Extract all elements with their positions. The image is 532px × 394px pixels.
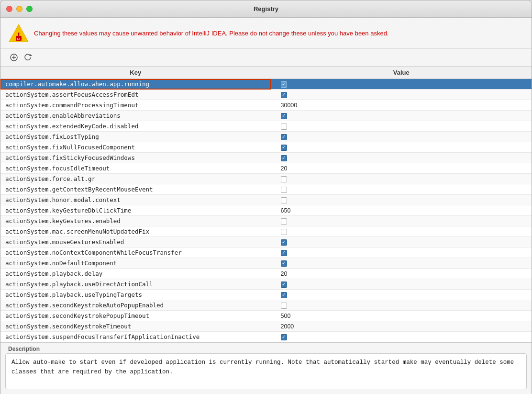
checkbox-indicator[interactable]: [281, 239, 287, 246]
value-cell[interactable]: [271, 279, 532, 290]
checkbox-indicator[interactable]: [281, 218, 287, 225]
checkbox-indicator[interactable]: [281, 303, 287, 309]
maximize-window-button[interactable]: [26, 6, 33, 12]
checkbox-indicator[interactable]: [281, 176, 287, 182]
value-cell[interactable]: 20: [271, 269, 532, 279]
table-row[interactable]: actionSystem.honor.modal.context: [0, 195, 532, 205]
key-cell: actionSystem.honor.modal.context: [0, 195, 271, 205]
table-row[interactable]: actionSystem.enableAbbreviations: [0, 111, 532, 121]
window-title: Registry: [254, 5, 278, 12]
value-cell[interactable]: [271, 174, 532, 184]
value-cell[interactable]: [271, 90, 532, 100]
value-cell[interactable]: [271, 153, 532, 163]
checkbox-indicator[interactable]: [281, 145, 287, 151]
key-cell: actionSystem.noContextComponentWhileFocu…: [0, 248, 271, 258]
table-row[interactable]: actionSystem.mouseGesturesEnabled: [0, 237, 532, 248]
table-row[interactable]: actionSystem.fixNullFocusedComponent: [0, 142, 532, 153]
value-cell[interactable]: 2000: [271, 321, 532, 332]
table-row[interactable]: actionSystem.focusIdleTimeout20: [0, 163, 532, 174]
checkbox-indicator[interactable]: [281, 155, 287, 161]
value-cell[interactable]: [271, 290, 532, 300]
table-row[interactable]: actionSystem.keyGestures.enabled: [0, 216, 532, 226]
table-row[interactable]: actionSystem.secondKeystrokeAutoPopupEna…: [0, 300, 532, 311]
key-cell: actionSystem.noDefaultComponent: [0, 258, 271, 269]
minimize-window-button[interactable]: [16, 6, 22, 12]
key-cell: actionSystem.enableAbbreviations: [0, 111, 271, 121]
value-cell[interactable]: [271, 300, 532, 311]
value-cell[interactable]: [271, 79, 532, 90]
value-cell[interactable]: [271, 142, 532, 153]
close-window-button[interactable]: [6, 6, 12, 12]
restore-button[interactable]: [22, 52, 34, 63]
table-row[interactable]: actionSystem.secondKeystrokeTimeout2000: [0, 321, 532, 332]
key-cell: actionSystem.playback.delay: [0, 269, 271, 279]
table-row[interactable]: actionSystem.playback.useTypingTargets: [0, 290, 532, 300]
key-cell: actionSystem.playback.useDirectActionCal…: [0, 279, 271, 290]
key-cell: actionSystem.force.alt.gr: [0, 174, 271, 184]
value-cell[interactable]: [271, 121, 532, 132]
checkbox-indicator[interactable]: [281, 292, 287, 298]
table-row[interactable]: actionSystem.suspendFocusTransferIfAppli…: [0, 332, 532, 342]
table-row[interactable]: actionSystem.fixLostTyping: [0, 132, 532, 142]
checkbox-indicator[interactable]: [281, 81, 287, 88]
key-cell: actionSystem.mac.screenMenuNotUpdatedFix: [0, 226, 271, 237]
checkbox-indicator[interactable]: [281, 134, 287, 140]
value-cell[interactable]: [271, 332, 532, 342]
table-row[interactable]: actionSystem.playback.delay20: [0, 269, 532, 279]
table-row[interactable]: actionSystem.noDefaultComponent: [0, 258, 532, 269]
table-row[interactable]: compiler.automake.allow.when.app.running: [0, 79, 532, 90]
key-cell: actionSystem.keyGestureDblClickTime: [0, 205, 271, 216]
registry-table-area[interactable]: Key Value compiler.automake.allow.when.a…: [0, 67, 532, 342]
checkbox-indicator[interactable]: [281, 229, 287, 235]
table-row[interactable]: actionSystem.fixStickyFocusedWindows: [0, 153, 532, 163]
warning-message: Changing these values may cause unwanted…: [34, 30, 388, 37]
checkbox-indicator[interactable]: [281, 124, 287, 130]
table-row[interactable]: actionSystem.extendedKeyCode.disabled: [0, 121, 532, 132]
checkbox-indicator[interactable]: [281, 260, 287, 267]
checkbox-indicator[interactable]: [281, 92, 287, 98]
checkbox-indicator[interactable]: [281, 113, 287, 119]
value-cell[interactable]: [271, 237, 532, 248]
table-row[interactable]: actionSystem.assertFocusAccessFromEdt: [0, 90, 532, 100]
checkbox-indicator[interactable]: [281, 197, 287, 203]
value-cell[interactable]: [271, 216, 532, 226]
value-cell[interactable]: [271, 258, 532, 269]
table-row[interactable]: actionSystem.playback.useDirectActionCal…: [0, 279, 532, 290]
value-cell[interactable]: [271, 226, 532, 237]
table-row[interactable]: actionSystem.keyGestureDblClickTime650: [0, 205, 532, 216]
table-row[interactable]: actionSystem.commandProcessingTimeout300…: [0, 100, 532, 111]
key-cell: actionSystem.secondKeystrokeTimeout: [0, 321, 271, 332]
key-cell: actionSystem.suspendFocusTransferIfAppli…: [0, 332, 271, 342]
checkbox-indicator[interactable]: [281, 250, 287, 256]
value-cell[interactable]: [271, 195, 532, 205]
value-cell[interactable]: [271, 184, 532, 195]
key-cell: actionSystem.secondKeystrokeAutoPopupEna…: [0, 300, 271, 311]
value-cell[interactable]: [271, 248, 532, 258]
key-column-header: Key: [0, 67, 271, 79]
restore-icon: [24, 54, 32, 61]
key-cell: actionSystem.getContextByRecentMouseEven…: [0, 184, 271, 195]
table-row[interactable]: actionSystem.mac.screenMenuNotUpdatedFix: [0, 226, 532, 237]
warning-bar: ! IJ Changing these values may cause unw…: [0, 18, 532, 49]
add-button[interactable]: [8, 52, 20, 63]
table-row[interactable]: actionSystem.secondKeystrokePopupTimeout…: [0, 311, 532, 321]
value-cell[interactable]: [271, 111, 532, 121]
value-cell[interactable]: 30000: [271, 100, 532, 111]
value-cell[interactable]: 500: [271, 311, 532, 321]
key-cell: actionSystem.mouseGesturesEnabled: [0, 237, 271, 248]
key-cell: actionSystem.fixLostTyping: [0, 132, 271, 142]
checkbox-indicator[interactable]: [281, 334, 287, 340]
table-row[interactable]: actionSystem.getContextByRecentMouseEven…: [0, 184, 532, 195]
key-cell: actionSystem.assertFocusAccessFromEdt: [0, 90, 271, 100]
warning-icon: ! IJ: [8, 23, 29, 44]
value-cell[interactable]: [271, 132, 532, 142]
checkbox-indicator[interactable]: [281, 187, 287, 193]
table-row[interactable]: actionSystem.force.alt.gr: [0, 174, 532, 184]
value-cell[interactable]: 650: [271, 205, 532, 216]
checkbox-indicator[interactable]: [281, 281, 287, 288]
toolbar: [0, 49, 532, 67]
value-cell[interactable]: 20: [271, 163, 532, 174]
add-icon: [10, 54, 18, 61]
table-row[interactable]: actionSystem.noContextComponentWhileFocu…: [0, 248, 532, 258]
key-cell: actionSystem.extendedKeyCode.disabled: [0, 121, 271, 132]
